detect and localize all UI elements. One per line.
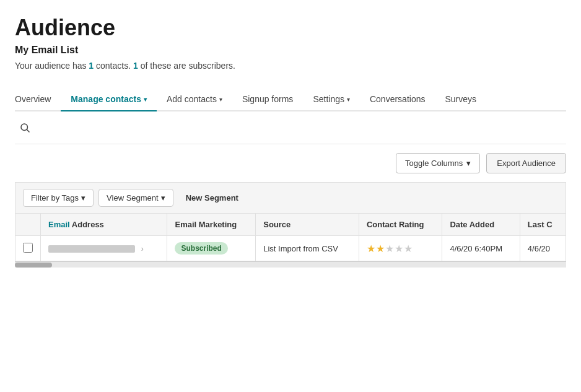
col-header-email-marketing: Email Marketing	[167, 214, 256, 236]
svg-point-0	[21, 124, 28, 131]
chevron-down-icon: ▾	[466, 159, 471, 168]
row-last-c-cell: 4/6/20	[520, 236, 566, 261]
nav-item-overview[interactable]: Overview	[15, 88, 61, 111]
contacts-count: 1	[89, 61, 94, 71]
nav-item-surveys-label: Surveys	[445, 94, 476, 104]
row-source-cell: List Import from CSV	[256, 236, 359, 261]
star-rating: ★ ★ ★ ★ ★	[367, 243, 434, 255]
filter-by-tags-button[interactable]: Filter by Tags ▾	[23, 189, 94, 207]
table-row: › Subscribed List Import from CSV ★ ★ ★ …	[15, 236, 566, 261]
row-email-cell: ›	[41, 236, 167, 261]
scroll-thumb	[15, 263, 52, 268]
col-header-email-label-rest: Address	[72, 220, 104, 229]
export-audience-label: Export Audience	[497, 159, 556, 168]
star-2: ★	[376, 243, 385, 255]
toggle-columns-label: Toggle Columns	[405, 159, 463, 168]
chevron-down-icon: ▾	[161, 193, 165, 203]
page-container: Audience My Email List Your audience has…	[0, 0, 581, 268]
chevron-down-icon: ▾	[347, 96, 350, 103]
row-email-marketing-cell: Subscribed	[167, 236, 256, 261]
row-checkbox[interactable]	[23, 243, 33, 253]
table-header-row: Email Address Email Marketing Source Con…	[15, 214, 566, 236]
col-header-date-added: Date Added	[442, 214, 520, 236]
nav-item-overview-label: Overview	[15, 94, 51, 104]
nav-bar: Overview Manage contacts ▾ Add contacts …	[15, 88, 566, 111]
audience-info-pre: Your audience has	[15, 61, 89, 71]
audience-info-post: of these are subscribers.	[138, 61, 235, 71]
view-segment-label: View Segment	[107, 193, 159, 203]
status-badge: Subscribed	[175, 242, 227, 255]
new-segment-button[interactable]: New Segment	[178, 189, 246, 206]
view-segment-button[interactable]: View Segment ▾	[98, 189, 173, 207]
export-audience-button[interactable]: Export Audience	[486, 153, 566, 173]
row-date-added-cell: 4/6/20 6:40PM	[442, 236, 520, 261]
filter-by-tags-label: Filter by Tags	[31, 193, 79, 203]
nav-item-settings-label: Settings	[313, 94, 344, 104]
row-checkbox-cell	[15, 236, 41, 261]
row-contact-rating-cell: ★ ★ ★ ★ ★	[359, 236, 442, 261]
email-expand-arrow[interactable]: ›	[141, 245, 144, 253]
new-segment-label: New Segment	[186, 193, 238, 203]
segment-bar: Filter by Tags ▾ View Segment ▾ New Segm…	[15, 182, 566, 213]
chevron-down-icon: ▾	[219, 96, 222, 103]
audience-info-mid: contacts.	[94, 61, 133, 71]
nav-item-signup-forms-label: Signup forms	[242, 94, 293, 104]
col-header-contact-rating: Contact Rating	[359, 214, 442, 236]
chevron-down-icon: ▾	[81, 193, 85, 203]
nav-item-manage-contacts[interactable]: Manage contacts ▾	[61, 88, 157, 111]
nav-item-manage-contacts-label: Manage contacts	[71, 94, 141, 104]
nav-item-signup-forms[interactable]: Signup forms	[232, 88, 303, 111]
page-title: Audience	[15, 15, 566, 41]
list-name: My Email List	[15, 45, 566, 56]
search-icon	[19, 122, 30, 133]
toggle-columns-button[interactable]: Toggle Columns ▾	[396, 153, 480, 173]
email-masked-value	[48, 245, 135, 253]
table-wrapper: Filter by Tags ▾ View Segment ▾ New Segm…	[15, 182, 566, 268]
chevron-down-icon: ▾	[144, 96, 147, 103]
nav-item-add-contacts[interactable]: Add contacts ▾	[157, 88, 232, 111]
col-header-email-label-highlight: Email	[48, 220, 70, 229]
audience-info: Your audience has 1 contacts. 1 of these…	[15, 61, 566, 71]
star-5: ★	[404, 243, 413, 255]
nav-item-conversations[interactable]: Conversations	[360, 88, 435, 111]
toolbar: Toggle Columns ▾ Export Audience	[15, 144, 566, 182]
nav-item-surveys[interactable]: Surveys	[435, 88, 486, 111]
star-4: ★	[395, 243, 403, 255]
col-header-source: Source	[256, 214, 359, 236]
subscribers-count: 1	[133, 61, 138, 71]
star-1: ★	[367, 243, 375, 255]
col-header-checkbox	[15, 214, 41, 236]
nav-item-conversations-label: Conversations	[370, 94, 426, 104]
nav-item-add-contacts-label: Add contacts	[167, 94, 217, 104]
horizontal-scrollbar[interactable]	[15, 261, 566, 268]
contacts-table: Email Address Email Marketing Source Con…	[15, 213, 566, 261]
search-button[interactable]	[15, 118, 35, 137]
col-header-email: Email Address	[41, 214, 167, 236]
search-bar	[15, 111, 566, 144]
star-3: ★	[385, 243, 394, 255]
col-header-last-c: Last C	[520, 214, 566, 236]
nav-item-settings[interactable]: Settings ▾	[303, 88, 360, 111]
svg-line-1	[27, 129, 29, 132]
